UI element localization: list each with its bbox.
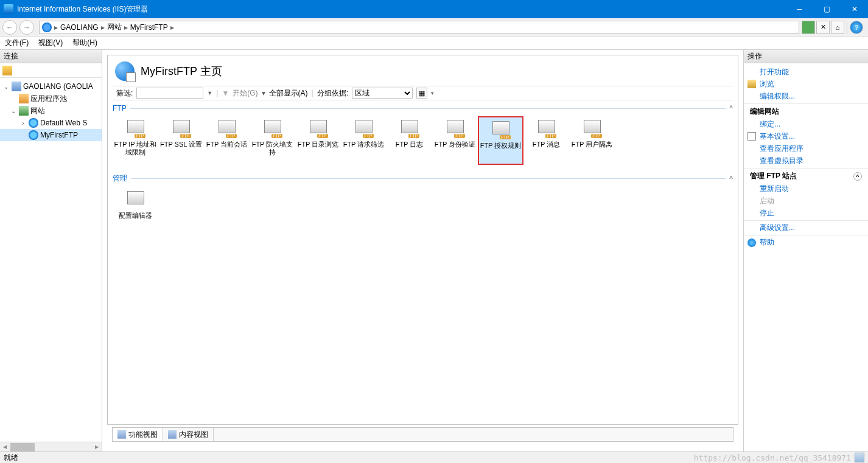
tree-label: 网站 [30,106,45,116]
feature-item[interactable]: FTPFTP 用户隔离 [569,116,615,165]
feature-label: FTP SSL 设置 [160,141,202,148]
minimize-button[interactable]: ─ [786,0,813,18]
feature-item[interactable]: FTPFTP 当前会话 [204,116,250,165]
tree-default-site[interactable]: › Default Web S [0,117,102,129]
menu-view[interactable]: 视图(V) [38,38,63,48]
menu-file[interactable]: 文件(F) [5,38,29,48]
action-help[interactable]: 帮助 [744,235,868,248]
horizontal-scrollbar[interactable]: ◂ ▸ [0,442,102,451]
action-restart[interactable]: 重新启动 [744,183,868,195]
connections-panel: 连接 ⌄ GAOLIANG (GAOLIA 应用程序池 ⌄ 网站 › De [0,50,102,451]
menu-bar: 文件(F) 视图(V) 帮助(H) [0,37,868,50]
show-all-button[interactable]: 全部显示(A) [269,88,308,99]
home-icon[interactable]: ⌂ [831,21,844,34]
nav-toolbar: ✕ ⌂ ? [802,21,866,34]
action-edit-permissions[interactable]: 编辑权限... [744,90,868,102]
action-bindings[interactable]: 绑定... [744,118,868,130]
groupby-label: 分组依据: [317,88,348,99]
action-start: 启动 [744,195,868,207]
tree-myfirstftp[interactable]: MyFirstFTP [0,129,102,141]
ftp-features-grid: FTPFTP IP 地址和域限制FTPFTP SSL 设置FTPFTP 当前会话… [108,114,738,170]
actions-panel: 操作 打开功能 浏览 编辑权限... 编辑网站 绑定... 基本设置... 查看… [743,50,868,451]
breadcrumb-part[interactable]: MyFirstFTP [130,23,168,32]
config-level-icon[interactable] [855,453,864,462]
feature-item[interactable]: FTPFTP 身份验证 [432,116,478,165]
help-icon[interactable]: ? [850,21,863,34]
refresh-icon[interactable] [802,21,815,34]
tree-label: Default Web S [40,119,87,127]
feature-icon: FTP [537,119,556,138]
feature-label: FTP 用户隔离 [572,141,613,148]
feature-item[interactable]: FTPFTP 防火墙支持 [250,116,295,165]
action-browse[interactable]: 浏览 [744,78,868,90]
feature-item[interactable]: FTPFTP 目录浏览 [295,116,341,165]
connections-tree[interactable]: ⌄ GAOLIANG (GAOLIA 应用程序池 ⌄ 网站 › Default … [0,78,102,442]
action-advanced-settings[interactable]: 高级设置... [744,220,868,234]
tree-sites-node[interactable]: ⌄ 网站 [0,105,102,117]
actions-list: 打开功能 浏览 编辑权限... 编辑网站 绑定... 基本设置... 查看应用程… [744,63,868,251]
features-icon [117,430,126,439]
feature-item[interactable]: 配置编辑器 [113,187,158,236]
page-header: MyFirstFTP 主页 [108,55,738,86]
collapse-icon[interactable]: ^ [853,172,862,181]
folder-icon[interactable] [2,66,12,75]
collapse-icon[interactable]: ^ [726,175,733,183]
center-panel: MyFirstFTP 主页 筛选: ▼ | ▼ 开始(G) ▾ 全部显示(A) … [102,50,743,451]
expand-icon[interactable]: › [19,120,27,127]
tree-server-node[interactable]: ⌄ GAOLIANG (GAOLIA [0,80,102,92]
action-stop[interactable]: 停止 [744,207,868,219]
view-mode-button[interactable]: ▦ [416,88,427,99]
nav-back-button[interactable]: ← [2,20,17,35]
server-icon [12,82,21,91]
group-management: 管理 ^ [113,173,733,184]
tree-app-pools[interactable]: 应用程序池 [0,92,102,105]
status-text: 就绪 [4,453,18,463]
nav-forward-button[interactable]: → [19,20,34,35]
divider [131,178,726,179]
feature-item[interactable]: FTPFTP 请求筛选 [341,116,387,165]
watermark-text: https://blog.csdn.net/qq_35418971 [694,453,851,462]
start-button[interactable]: 开始(G) [233,88,257,99]
chevron-right-icon: ▸ [101,23,105,32]
maximize-button[interactable]: ▢ [813,0,841,18]
tab-content-view[interactable]: 内容视图 [163,428,214,441]
chevron-right-icon: ▸ [124,23,128,32]
group-label: FTP [113,104,127,113]
feature-item[interactable]: FTPFTP 授权规则 [478,116,523,165]
site-icon [115,61,135,81]
feature-view: MyFirstFTP 主页 筛选: ▼ | ▼ 开始(G) ▾ 全部显示(A) … [107,55,738,425]
action-view-apps[interactable]: 查看应用程序 [744,142,868,155]
feature-icon: FTP [217,119,237,138]
menu-help[interactable]: 帮助(H) [72,38,97,48]
action-open-feature[interactable]: 打开功能 [744,66,868,78]
feature-label: FTP IP 地址和域限制 [113,141,158,156]
feature-label: FTP 消息 [533,141,561,148]
action-basic-settings[interactable]: 基本设置... [744,130,868,142]
document-icon [747,132,756,141]
collapse-icon[interactable]: ⌄ [2,83,10,90]
group-ftp: FTP ^ [113,104,733,113]
feature-item[interactable]: FTPFTP IP 地址和域限制 [113,116,158,165]
breadcrumb-part[interactable]: 网站 [107,22,122,32]
close-button[interactable]: ✕ [841,0,868,18]
action-view-vdirs[interactable]: 查看虚拟目录 [744,155,868,167]
groupby-select[interactable]: 区域 [352,88,413,99]
chevron-right-icon: ▸ [170,23,174,32]
tree-label: MyFirstFTP [40,131,78,139]
collapse-icon[interactable]: ^ [726,104,733,113]
explore-icon [747,80,756,88]
breadcrumb[interactable]: ▸ GAOLIANG ▸ 网站 ▸ MyFirstFTP ▸ [39,21,799,34]
feature-label: FTP 防火墙支持 [250,141,295,156]
stop-icon[interactable]: ✕ [816,21,830,34]
view-tabs: 功能视图 内容视图 [112,427,733,442]
filter-input[interactable] [136,88,203,99]
title-bar: Internet Information Services (IIS)管理器 ─… [0,0,868,18]
tab-features-view[interactable]: 功能视图 [113,428,163,441]
feature-item[interactable]: FTPFTP 日志 [387,116,432,165]
feature-item[interactable]: FTPFTP SSL 设置 [158,116,204,165]
collapse-icon[interactable]: ⌄ [10,108,17,114]
feature-icon: FTP [446,119,465,138]
breadcrumb-part[interactable]: GAOLIANG [60,23,99,32]
feature-label: FTP 目录浏览 [298,141,339,148]
feature-item[interactable]: FTPFTP 消息 [523,116,569,165]
